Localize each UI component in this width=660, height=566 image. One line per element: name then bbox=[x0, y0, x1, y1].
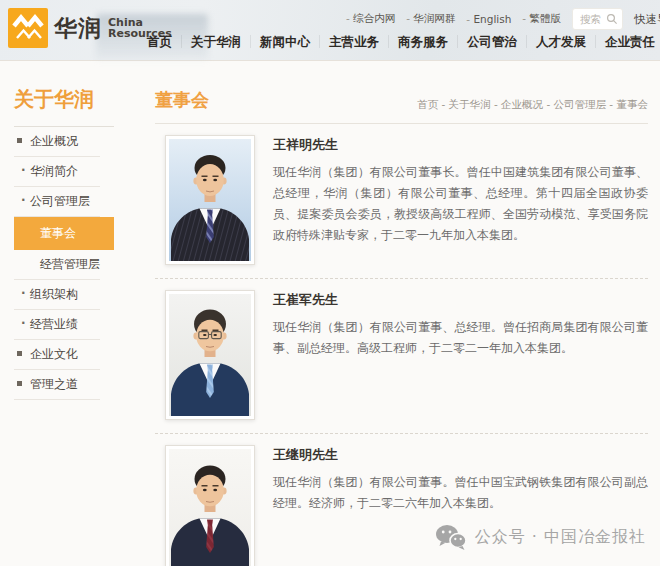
main-header: 董事会 首页 - 关于华润 - 企业概况 - 公司管理层 - 董事会 bbox=[155, 88, 648, 124]
main-nav: 首页 关于华润 新闻中心 主营业务 商务服务 公司管治 人才发展 企业责任 信息… bbox=[138, 29, 660, 53]
brand-name-cn: 华润 bbox=[54, 13, 102, 44]
watermark-label: 公众号 · 中国冶金报社 bbox=[475, 527, 646, 548]
link-traditional-chinese[interactable]: 繁體版 bbox=[522, 12, 561, 26]
search-icon[interactable] bbox=[606, 13, 618, 25]
director-info-2: 王崔军先生 现任华润（集团）有限公司董事、总经理。曾任招商局集团有限公司董事、副… bbox=[273, 290, 648, 420]
link-intranet[interactable]: 综合内网 bbox=[346, 12, 395, 26]
sidebar-title: 关于华润 bbox=[14, 86, 114, 127]
sidebar-item-cr-intro[interactable]: 华润简介 bbox=[14, 157, 100, 187]
director-entry-1: 王祥明先生 现任华润（集团）有限公司董事长。曾任中国建筑集团有限公司董事、总经理… bbox=[155, 124, 648, 278]
director-bio: 现任华润（集团）有限公司董事。曾任中国宝武钢铁集团有限公司副总经理。经济师，于二… bbox=[273, 472, 648, 514]
director-bio: 现任华润（集团）有限公司董事、总经理。曾任招商局集团有限公司董事、副总经理。高级… bbox=[273, 317, 648, 359]
portrait-2-image bbox=[169, 294, 251, 416]
page: 华润 China Resources 综合内网 华润网群 English 繁體版… bbox=[0, 0, 660, 566]
nav-talent[interactable]: 人才发展 bbox=[527, 35, 596, 48]
wechat-icon bbox=[435, 524, 467, 551]
link-cr-network[interactable]: 华润网群 bbox=[406, 12, 455, 26]
page-title: 董事会 bbox=[155, 88, 209, 112]
breadcrumb[interactable]: 首页 - 关于华润 - 企业概况 - 公司管理层 - 董事会 bbox=[417, 98, 648, 112]
director-entry-2: 王崔军先生 现任华润（集团）有限公司董事、总经理。曾任招商局集团有限公司董事、副… bbox=[155, 278, 648, 433]
watermark: 公众号 · 中国冶金报社 bbox=[435, 524, 646, 551]
nav-about[interactable]: 关于华润 bbox=[182, 35, 251, 48]
director-info-1: 王祥明先生 现任华润（集团）有限公司董事长。曾任中国建筑集团有限公司董事、总经理… bbox=[273, 135, 648, 265]
nav-business-services[interactable]: 商务服务 bbox=[389, 35, 458, 48]
director-photo-1 bbox=[165, 135, 255, 265]
search-input[interactable] bbox=[580, 13, 606, 25]
site-header: 华润 China Resources 综合内网 华润网群 English 繁體版… bbox=[0, 0, 660, 61]
sidebar-item-executive-team[interactable]: 经营管理层 bbox=[14, 250, 100, 280]
director-name: 王祥明先生 bbox=[273, 136, 648, 154]
nav-responsibility[interactable]: 企业责任 bbox=[596, 35, 660, 48]
portrait-1-image bbox=[169, 139, 251, 261]
director-bio: 现任华润（集团）有限公司董事长。曾任中国建筑集团有限公司董事、总经理，华润（集团… bbox=[273, 162, 648, 246]
china-resources-logo-icon bbox=[8, 8, 48, 48]
nav-main-business[interactable]: 主营业务 bbox=[320, 35, 389, 48]
search-box[interactable] bbox=[572, 8, 623, 30]
director-photo-3 bbox=[165, 445, 255, 566]
quick-nav-label: 快速导航 bbox=[634, 12, 660, 27]
utility-bar: 综合内网 华润网群 English 繁體版 快速导航 ∨ bbox=[346, 8, 654, 30]
nav-home[interactable]: 首页 bbox=[138, 35, 182, 48]
sidebar-item-culture[interactable]: 企业文化 bbox=[14, 340, 100, 370]
director-name: 王继明先生 bbox=[273, 446, 648, 464]
sidebar-item-way-of-management[interactable]: 管理之道 bbox=[14, 370, 100, 400]
portrait-3-image bbox=[169, 449, 251, 566]
quick-nav-button[interactable]: 快速导航 ∨ bbox=[634, 12, 660, 27]
main-content: 董事会 首页 - 关于华润 - 企业概况 - 公司管理层 - 董事会 bbox=[155, 60, 648, 566]
sidebar-item-company-profile[interactable]: 企业概况 bbox=[14, 127, 100, 157]
sidebar-item-board[interactable]: 董事会 bbox=[14, 217, 114, 250]
sidebar-item-management[interactable]: 公司管理层 bbox=[14, 187, 100, 217]
director-photo-2 bbox=[165, 290, 255, 420]
nav-news[interactable]: 新闻中心 bbox=[251, 35, 320, 48]
link-english[interactable]: English bbox=[466, 13, 511, 25]
nav-governance[interactable]: 公司管治 bbox=[458, 35, 527, 48]
sidebar-item-org-structure[interactable]: 组织架构 bbox=[14, 280, 100, 310]
director-name: 王崔军先生 bbox=[273, 291, 648, 309]
sidebar-item-performance[interactable]: 经营业绩 bbox=[14, 310, 100, 340]
sidebar: 关于华润 企业概况 华润简介 公司管理层 董事会 经营管理层 组织架构 经营业绩… bbox=[0, 60, 130, 400]
